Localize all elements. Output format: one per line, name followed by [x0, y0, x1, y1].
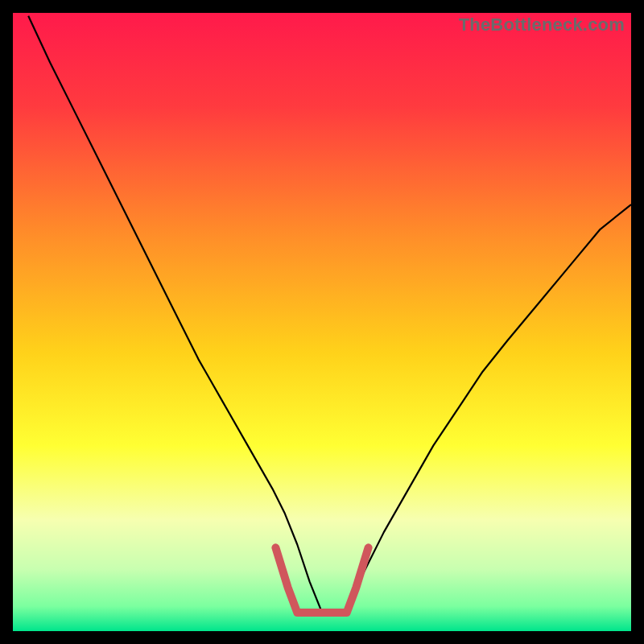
- chart-svg: [13, 13, 631, 631]
- chart-background-gradient: [13, 13, 631, 631]
- chart-frame: TheBottleneck.com: [13, 13, 631, 631]
